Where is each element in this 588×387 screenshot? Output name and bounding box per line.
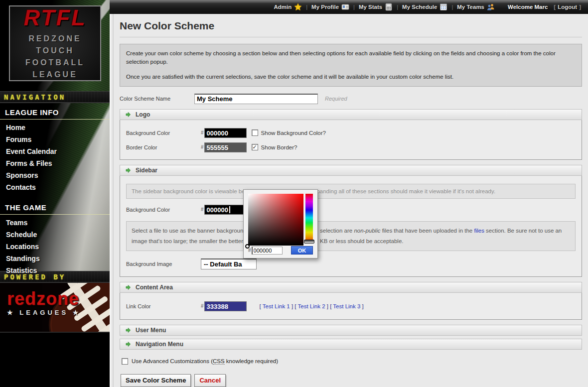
calculator-icon [385,3,393,11]
sidebar-item-standings[interactable]: Standings [0,253,110,264]
star-icon [294,3,302,11]
section-header-logo[interactable]: Logo [120,109,582,120]
test-link-2[interactable]: Test Link 2 [298,303,325,309]
bracket: ] [362,303,364,309]
advanced-customizations-checkbox[interactable] [122,358,128,365]
topbar-my-schedule[interactable]: My Schedule [402,3,447,11]
expand-arrow-icon [125,284,131,290]
expand-arrow-icon [125,341,131,347]
hash-prefix: # [201,130,204,135]
hash-prefix: # [248,248,251,253]
intro-paragraph-2: Once you are satisfied with the current … [126,73,576,81]
expand-arrow-icon [125,112,131,118]
non-public-emphasis: non-public [354,228,380,234]
ok-button[interactable]: OK [291,246,313,255]
sidebar-item-home[interactable]: Home [0,122,110,133]
section-body-logo: Background Color # 000000 Show Backgroun… [120,120,582,160]
separator: | [353,4,355,10]
sidebar-bg-color-swatch[interactable]: 000000 [204,205,248,215]
required-note: Required [325,96,347,102]
note-seg: section. Be sure not to use an [484,228,562,234]
show-border-checkbox[interactable]: ✓ [252,144,258,150]
hue-slider-handle[interactable] [304,240,314,244]
show-background-color-label: Show Background Color? [261,130,326,136]
welcome-user-label: Welcome Marc [508,4,548,10]
background-image-select[interactable]: -- Default Ba [201,258,257,269]
sidebar-bg-note: The sidebar background color is viewable… [126,184,576,199]
sidebar-item-sponsors[interactable]: Sponsors [0,169,110,181]
picker-bottom-row: # OK [248,246,313,255]
sidebar-item-teams[interactable]: Teams [0,217,110,229]
cancel-button[interactable]: Cancel [194,374,226,387]
test-link-3[interactable]: Test Link 3 [333,303,360,309]
navigation-banner: NAVIGATION [0,91,110,103]
section-body-content-area: Link Color # 333388 [ Test Link 1 ] [ Te… [120,293,582,320]
redzone-leagues-logo: redzone ★ LEAGUES ★ [0,283,110,333]
sidebar-item-locations[interactable]: Locations [0,241,110,253]
background-image-label: Background Image [126,261,201,267]
test-links: [ Test Link 1 ] [ Test Link 2 ] [ Test L… [260,303,364,309]
my-teams-label: My Teams [457,4,484,10]
section-label-sidebar: Sidebar [136,167,157,174]
separator: | [306,4,307,10]
test-link-1[interactable]: Test Link 1 [263,303,290,309]
adv-label-post: knowledge required) [225,358,278,364]
hue-strip[interactable] [305,194,313,242]
color-scheme-name-input[interactable] [194,94,318,104]
topbar-my-stats[interactable]: My Stats [359,3,393,11]
sidebar: RTFL REDZONE TOUCH FOOTBALL LEAGUE NAVIG… [0,0,110,387]
page-title: New Color Scheme [120,18,582,37]
logo-border-color-row: Border Color # 555555 ✓ Show Border? [120,142,582,152]
bracket: [ [330,303,331,309]
logo-border-color-swatch-wrap: # 555555 [201,142,247,152]
nav-group-league-info: LEAGUE INFO [0,104,110,120]
show-background-color-checkbox[interactable] [252,129,258,136]
section-header-navigation-menu[interactable]: Navigation Menu [120,339,582,350]
sidebar-item-forums[interactable]: Forums [0,133,110,145]
sidebar-filler [0,333,110,387]
advanced-customizations-label: Use Advanced Customizations (CSS knowled… [132,358,278,364]
profile-card-icon [341,3,349,11]
banner-file-note-line2: image that's too large; the smaller the … [132,236,570,247]
sidebar-item-statistics[interactable]: Statistics [0,264,110,276]
saturation-value-gradient[interactable] [248,194,303,246]
logout-wrap: [ Logout ] [554,4,581,10]
note-seg: KB or less should be acceptable. [320,238,404,244]
sidebar-bg-color-row: Background Color # 000000 [120,205,582,215]
logo-border-color-swatch[interactable]: 555555 [204,142,247,152]
hex-value-input[interactable] [252,247,283,255]
bracket: ] [327,303,328,309]
expand-arrow-icon [125,327,131,333]
note-seg: image that's too large; the smaller the … [132,238,243,244]
calendar-icon [440,3,447,11]
sidebar-item-contacts[interactable]: Contacts [0,181,110,193]
bracket: ] [292,303,293,309]
link-color-label: Link Color [126,303,201,309]
section-header-sidebar[interactable]: Sidebar [120,165,582,176]
sidebar-item-forms-files[interactable]: Forms & Files [0,157,110,169]
topbar-my-profile[interactable]: My Profile [311,3,349,11]
advanced-customizations-row: Use Advanced Customizations (CSS knowled… [120,358,582,365]
section-header-user-menu[interactable]: User Menu [120,325,582,336]
hash-prefix: # [201,207,204,212]
sidebar-field-photo: RTFL REDZONE TOUCH FOOTBALL LEAGUE [0,0,110,91]
logo-bg-color-row: Background Color # 000000 Show Backgroun… [120,128,582,138]
topbar-admin[interactable]: Admin [274,3,302,11]
text-caret [229,206,230,213]
save-color-scheme-button[interactable]: Save Color Scheme [121,374,191,387]
files-link[interactable]: files [474,228,484,234]
section-label-navigation-menu: Navigation Menu [136,341,183,348]
adv-label-pre: Use Advanced Customizations ( [132,358,213,364]
sidebar-item-event-calendar[interactable]: Event Calendar [0,145,110,157]
logo-bg-color-swatch[interactable]: 000000 [204,128,247,138]
link-color-swatch[interactable]: 333388 [204,301,247,311]
sidebar-item-schedule[interactable]: Schedule [0,229,110,241]
star-glyph: ★ [73,309,81,316]
topbar-my-teams[interactable]: My Teams [457,3,495,11]
section-header-content-area[interactable]: Content Area [120,282,582,293]
logout-link[interactable]: Logout [558,4,577,10]
color-scheme-name-label: Color Scheme Name [120,96,194,102]
logo-border-color-label: Border Color [126,144,201,150]
people-icon [487,3,495,11]
league-logo-word: REDZONE [28,33,81,45]
